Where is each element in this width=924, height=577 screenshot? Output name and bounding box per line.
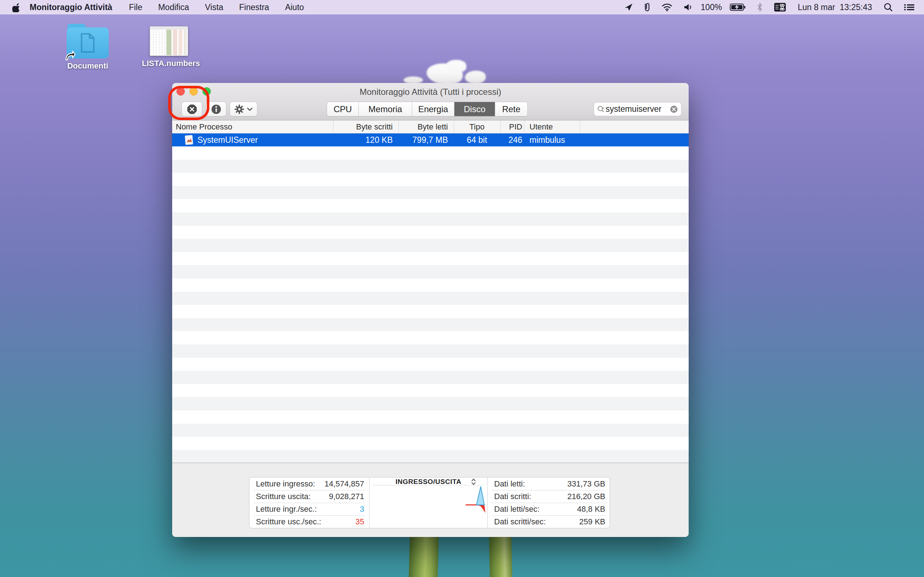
menu-finestra[interactable]: Finestra (231, 0, 277, 15)
menu-modifica[interactable]: Modifica (150, 0, 197, 15)
stat-value: 331,73 GB (567, 479, 605, 488)
desktop-icon-label: Documenti (61, 61, 115, 71)
stat-value: 259 KB (579, 517, 605, 527)
io-graph-title: INGRESSO/USCITA (370, 478, 487, 486)
tab-energia[interactable]: Energia (412, 102, 454, 116)
desktop-icon-lista-numbers[interactable]: LISTA.numbers (142, 24, 196, 68)
disk-stats-box: Letture ingresso:14,574,857 Scritture us… (249, 477, 610, 528)
io-graph-section: INGRESSO/USCITA (370, 477, 487, 528)
search-field[interactable] (594, 102, 682, 116)
plant-stem (409, 537, 439, 577)
battery-percentage: 100% (701, 3, 722, 12)
window-chrome: Monitoraggio Attività (Tutti i processi) (172, 83, 689, 121)
menubar-clock[interactable]: Lun 8 mar 13:25:43 (794, 3, 876, 12)
gear-icon (234, 104, 244, 114)
column-header-tipo[interactable]: Tipo (454, 121, 500, 134)
wallpaper-flower (465, 71, 486, 84)
column-header-byte-scritti[interactable]: Byte scritti (333, 121, 393, 134)
stat-value-writes-per-sec: 35 (355, 517, 364, 527)
stat-label: Dati letti/sec: (494, 504, 540, 514)
plant-stem (489, 537, 512, 577)
column-header-byte-letti[interactable]: Byte letti (399, 121, 448, 134)
stat-label: Dati scritti: (494, 492, 531, 501)
process-icon (184, 134, 195, 147)
cell-user: mimbulus (530, 134, 580, 147)
stat-value-reads-per-sec: 3 (360, 504, 364, 514)
numbers-document-icon (150, 26, 188, 56)
cell-kind: 64 bit (454, 134, 500, 147)
data-volume-section: Dati letti:331,73 GB Dati scritti:216,20… (488, 477, 611, 528)
bluetooth-icon[interactable] (754, 3, 766, 12)
io-activity-chart (370, 485, 487, 528)
desktop-icon-label: LISTA.numbers (142, 59, 196, 68)
cell-bytes-written: 120 KB (333, 134, 393, 147)
desktop: Monitoraggio Attività File Modifica Vist… (0, 0, 924, 577)
cell-bytes-read: 799,7 MB (399, 134, 448, 147)
column-header-pid[interactable]: PID (500, 121, 522, 134)
menu-vista[interactable]: Vista (197, 0, 231, 15)
io-count-section: Letture ingresso:14,574,857 Scritture us… (249, 477, 369, 528)
window-title: Monitoraggio Attività (Tutti i processi) (172, 87, 689, 97)
stat-label: Scritture uscita: (256, 492, 311, 501)
activity-monitor-window: Monitoraggio Attività (Tutti i processi) (172, 83, 689, 537)
actions-gear-button[interactable] (229, 102, 257, 116)
empty-table-rows (172, 147, 689, 463)
tab-disco[interactable]: Disco (454, 102, 495, 116)
wallpaper-flower (404, 76, 423, 84)
menu-bar: Monitoraggio Attività File Modifica Vist… (0, 0, 924, 15)
stat-value: 48,8 KB (577, 504, 605, 514)
menubar-app-name[interactable]: Monitoraggio Attività (23, 0, 121, 15)
stat-label: Scritture usc./sec.: (256, 517, 321, 527)
battery-charging-icon[interactable] (727, 3, 749, 11)
stat-value: 9,028,271 (329, 492, 364, 501)
table-header: Nome Processo Byte scritti Byte letti Ti… (172, 121, 689, 134)
info-icon (211, 104, 221, 115)
tab-memoria[interactable]: Memoria (359, 102, 412, 116)
menu-aiuto[interactable]: Aiuto (277, 0, 312, 15)
paperclip-icon[interactable] (641, 2, 654, 12)
alias-arrow-badge (65, 50, 76, 61)
tab-cpu[interactable]: CPU (327, 102, 359, 116)
spotlight-icon[interactable] (881, 3, 896, 12)
process-row-systemuiserver[interactable]: SystemUIServer 120 KB 799,7 MB 64 bit 24… (172, 134, 689, 147)
apple-logo-icon (12, 2, 21, 12)
folder-alias-icon (67, 24, 109, 58)
stat-value: 14,574,857 (325, 479, 364, 488)
wifi-icon[interactable] (659, 3, 675, 11)
volume-icon[interactable] (680, 3, 696, 11)
search-input[interactable] (606, 104, 670, 114)
keyboard-input-icon[interactable] (771, 3, 789, 12)
column-header-nome-processo[interactable]: Nome Processo (176, 121, 331, 134)
stat-label: Dati letti: (494, 479, 525, 488)
search-icon (597, 105, 606, 113)
column-header-utente[interactable]: Utente (530, 121, 580, 134)
clear-search-icon[interactable] (670, 105, 678, 114)
cell-process-name: SystemUIServer (197, 134, 331, 147)
cell-pid: 246 (500, 134, 522, 147)
tab-rete[interactable]: Rete (495, 102, 527, 116)
stat-label: Dati scritti/sec: (494, 517, 546, 527)
stat-label: Letture ingresso: (256, 479, 315, 488)
annotation-highlight-circle (168, 86, 209, 120)
notification-list-icon[interactable] (901, 3, 918, 11)
location-arrow-icon[interactable] (621, 3, 636, 11)
stat-label: Letture ingr./sec.: (256, 504, 317, 514)
menu-file[interactable]: File (121, 0, 150, 15)
view-tabs: CPU Memoria Energia Disco Rete (327, 102, 528, 116)
graph-mode-selector-icon[interactable] (471, 478, 477, 485)
apple-menu[interactable] (0, 2, 23, 12)
disk-stats-panel: Letture ingresso:14,574,857 Scritture us… (172, 463, 689, 537)
desktop-icon-documenti[interactable]: Documenti (61, 24, 115, 71)
stat-value: 216,20 GB (567, 492, 605, 501)
chevron-down-icon (247, 108, 253, 111)
